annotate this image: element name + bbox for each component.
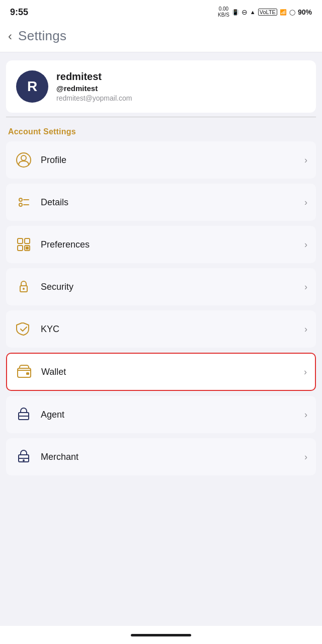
kyc-chevron: › (304, 324, 307, 335)
status-time: 9:55 (10, 7, 28, 18)
vibrate-icon: 📳 (232, 9, 239, 16)
menu-item-profile[interactable]: Profile › (6, 141, 316, 179)
battery-percent: 90% (298, 8, 312, 16)
profile-email: redmitest@yopmail.com (56, 94, 132, 102)
agent-label: Agent (41, 410, 304, 420)
menu-item-merchant[interactable]: Merchant › (6, 438, 316, 475)
signal-icon: 📶 (280, 9, 287, 16)
svg-rect-7 (25, 238, 30, 244)
menu-item-agent[interactable]: Agent › (6, 396, 316, 433)
svg-rect-8 (18, 246, 23, 251)
svg-point-1 (21, 155, 26, 160)
top-nav: ‹ Settings (0, 22, 322, 52)
agent-chevron: › (304, 410, 307, 420)
battery-circle-icon: ◯ (289, 9, 295, 16)
wallet-icon (15, 363, 33, 381)
section-header: Account Settings (0, 117, 322, 141)
profile-name: redmitest (56, 71, 132, 83)
preferences-label: Preferences (41, 239, 304, 250)
svg-rect-9 (26, 247, 29, 250)
home-indicator (131, 634, 191, 636)
security-label: Security (41, 282, 304, 292)
svg-point-2 (19, 198, 22, 201)
menu-item-kyc[interactable]: KYC › (6, 310, 316, 348)
network-label: 0.00KB/S (218, 6, 229, 18)
svg-point-19 (23, 459, 25, 461)
security-icon (15, 278, 33, 296)
svg-point-12 (23, 288, 25, 290)
details-label: Details (41, 197, 304, 208)
menu-item-wallet[interactable]: Wallet › (6, 353, 316, 391)
kyc-label: KYC (41, 324, 304, 335)
agent-icon (15, 406, 33, 424)
svg-rect-14 (26, 372, 29, 375)
preferences-chevron: › (304, 239, 307, 250)
details-icon (15, 193, 33, 211)
kyc-icon (15, 320, 33, 338)
profile-icon (15, 151, 33, 169)
profile-handle: @redmitest (56, 84, 132, 93)
details-chevron: › (304, 197, 307, 208)
merchant-chevron: › (304, 452, 307, 462)
status-icons: 0.00KB/S 📳 ⊖ ▲ VoLTE 📶 ◯ 90% (218, 6, 312, 18)
menu-item-preferences[interactable]: Preferences › (6, 226, 316, 263)
profile-info: redmitest @redmitest redmitest@yopmail.c… (56, 71, 132, 102)
avatar: R (16, 70, 48, 103)
wifi-icon: ▲ (250, 9, 256, 15)
menu-list: Profile › Details › (0, 141, 322, 475)
menu-item-details[interactable]: Details › (6, 184, 316, 221)
wallet-label: Wallet (41, 367, 304, 377)
wallet-chevron: › (304, 367, 307, 377)
page-title: Settings (18, 28, 66, 44)
profile-label: Profile (41, 155, 304, 166)
preferences-icon (15, 235, 33, 254)
home-bar (0, 626, 322, 644)
status-bar: 9:55 0.00KB/S 📳 ⊖ ▲ VoLTE 📶 ◯ 90% (0, 0, 322, 22)
merchant-icon (15, 448, 33, 466)
svg-point-4 (19, 203, 22, 206)
account-settings-section: Account Settings Profile › (0, 117, 322, 501)
merchant-label: Merchant (41, 452, 304, 462)
back-button[interactable]: ‹ (8, 30, 12, 42)
profile-chevron: › (304, 155, 307, 166)
dnd-icon: ⊖ (242, 8, 248, 16)
profile-card: R redmitest @redmitest redmitest@yopmail… (6, 60, 316, 113)
security-chevron: › (304, 282, 307, 292)
svg-rect-6 (18, 238, 23, 244)
menu-item-security[interactable]: Security › (6, 268, 316, 305)
volte-icon: VoLTE (258, 9, 277, 16)
